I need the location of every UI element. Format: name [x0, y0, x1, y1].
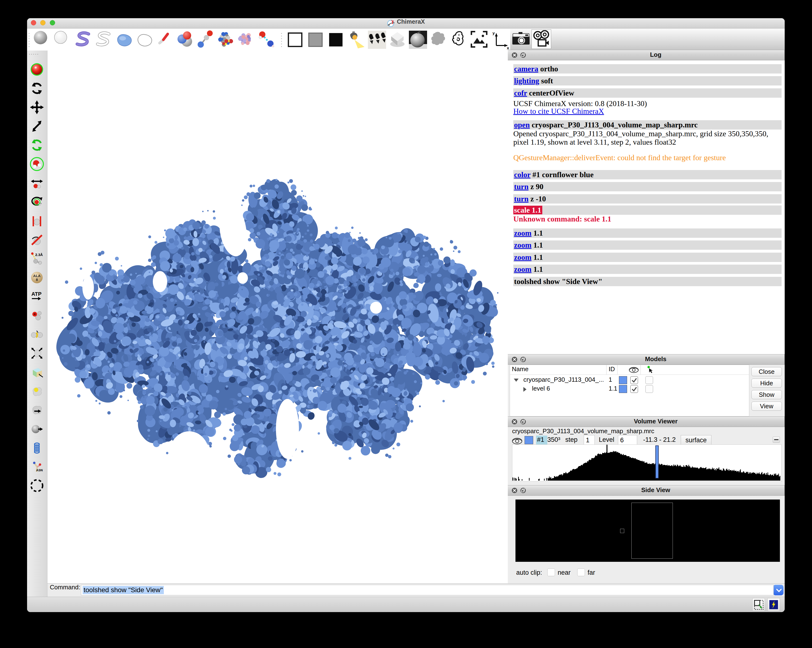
svg-text:ASN: ASN: [36, 468, 43, 472]
svg-text:ATP: ATP: [31, 291, 41, 297]
svg-text:8: 8: [36, 277, 38, 282]
svg-text:y: y: [493, 31, 495, 35]
svg-text:2.3Å: 2.3Å: [35, 253, 43, 257]
svg-text:ALA: ALA: [33, 274, 41, 278]
svg-text:x: x: [507, 46, 509, 49]
